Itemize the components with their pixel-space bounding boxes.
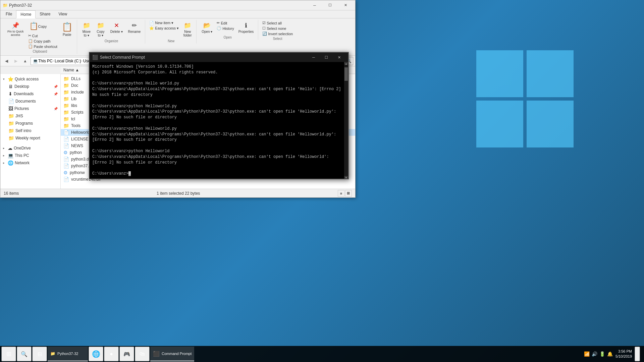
new-item-button[interactable]: 📄 New item ▾: [148, 20, 180, 25]
back-button[interactable]: ◀: [2, 57, 10, 65]
notifications-icon[interactable]: 🔔: [607, 351, 613, 357]
tray-network-icon[interactable]: 📶: [584, 351, 590, 357]
new-folder-button[interactable]: 📁 Newfolder: [181, 20, 194, 39]
select-group: ☑ Select all ☐ Select none 🔄 Invert sele…: [259, 20, 296, 41]
file-icon: 📄: [63, 130, 69, 135]
file-name: pythonw: [70, 170, 85, 175]
sidebar-item-jhs[interactable]: 📁 JHS: [0, 112, 60, 120]
pictures-label: Pictures: [14, 106, 29, 111]
easy-access-label: Easy access ▾: [155, 26, 179, 31]
copy-to-button[interactable]: 📁 Copyto ▾: [94, 20, 107, 39]
paste-shortcut-button[interactable]: 📋 Paste shortcut: [27, 44, 59, 49]
minimize-button[interactable]: ─: [307, 0, 322, 10]
close-button[interactable]: ✕: [338, 0, 353, 10]
sidebar-item-onedrive[interactable]: ▸ ☁ OneDrive: [0, 144, 60, 152]
taskbar-cmd-app[interactable]: ⬛ Command Prompt: [150, 347, 194, 361]
sidebar-item-downloads[interactable]: ⬇ Downloads 📌: [0, 90, 60, 98]
tab-file[interactable]: File: [2, 10, 16, 18]
cmd-title-text: Select Command Prompt: [100, 55, 307, 60]
taskbar-explorer-app[interactable]: 📁 Python37-32: [48, 347, 88, 361]
select-none-button[interactable]: ☐ Select none: [261, 26, 287, 31]
show-desktop-button[interactable]: [635, 347, 640, 361]
open-button[interactable]: 📂 Open ▾: [199, 20, 215, 35]
tab-view[interactable]: View: [54, 10, 71, 18]
copy-path-button[interactable]: 📋 Copy path: [27, 39, 59, 44]
new-folder-icon: 📁: [184, 22, 191, 29]
start-button[interactable]: ⊞: [1, 347, 16, 361]
select-all-button[interactable]: ☑ Select all: [261, 20, 283, 25]
clock-time: 3:56 PM: [615, 349, 632, 354]
explorer-title-bar: 📁 Python37-32 ─ ☐ ✕: [0, 0, 355, 10]
sidebar-item-documents[interactable]: 📄 Documents: [0, 98, 60, 105]
sidebar-item-programs[interactable]: 📁 Programs: [0, 120, 60, 127]
history-button[interactable]: 🕐 History: [215, 26, 235, 31]
maximize-button[interactable]: ☐: [322, 0, 338, 10]
store-button[interactable]: 🛍: [135, 347, 150, 361]
sidebar-item-weekly-report[interactable]: 📁 Weekly report: [0, 134, 60, 142]
large-icons-view-button[interactable]: ⊞: [345, 190, 352, 197]
easy-access-button[interactable]: ⭐ Easy access ▾: [148, 26, 180, 31]
exe-icon: ⚙: [63, 150, 68, 155]
move-to-button[interactable]: 📁 Moveto ▾: [80, 20, 93, 39]
tab-home[interactable]: Home: [16, 10, 36, 18]
new-folder-label: Newfolder: [183, 30, 192, 37]
new-label: New: [168, 39, 174, 43]
sidebar-item-quick-access[interactable]: ▾ ⭐ Quick access: [0, 75, 60, 83]
steam-button[interactable]: 🎮: [119, 347, 134, 361]
sidebar-item-desktop[interactable]: 🖥 Desktop 📌: [0, 83, 60, 90]
self-intro-icon: 📁: [8, 128, 14, 133]
tray-volume-icon[interactable]: 🔊: [592, 351, 597, 357]
addr-sep-1: ›: [53, 59, 54, 63]
task-view-button[interactable]: ⊟: [32, 347, 47, 361]
sidebar-item-network[interactable]: ▸ 🌐 Network: [0, 159, 60, 167]
sidebar-item-pictures[interactable]: 🖼 Pictures 📌: [0, 105, 60, 112]
cut-button[interactable]: ✂ Cut: [27, 33, 59, 38]
pin-to-quick-access-button[interactable]: 📌 Pin to Quickaccess: [5, 20, 26, 38]
select-buttons: ☑ Select all ☐ Select none 🔄 Invert sele…: [261, 20, 294, 36]
sidebar-item-this-pc[interactable]: ▸ 💻 This PC: [0, 152, 60, 159]
new-group: 📄 New item ▾ ⭐ Easy access ▾ 📁 Newfolder…: [146, 20, 197, 44]
history-icon: 🕐: [217, 26, 221, 31]
open-group: 📂 Open ▾ ✏ Edit 🕐 History: [197, 20, 258, 40]
invert-selection-button[interactable]: 🔄 Invert selection: [261, 31, 294, 36]
explorer-title-text: Python37-32: [9, 3, 307, 8]
desktop-pin: 📌: [54, 85, 58, 88]
search-button[interactable]: 🔍: [17, 347, 32, 361]
sidebar-item-self-intro[interactable]: 📁 Self intro: [0, 127, 60, 134]
cmd-scrollbar[interactable]: ▲ ▼: [344, 62, 348, 179]
chrome-button[interactable]: ●: [104, 347, 119, 361]
copy-button[interactable]: 📋 Copy: [27, 20, 59, 33]
onedrive-label: OneDrive: [14, 146, 31, 150]
folder-icon: 📁: [63, 76, 69, 81]
cmd-window-icon: ⬛: [92, 55, 98, 60]
desktop-icon: 🖥: [8, 84, 13, 89]
forward-button[interactable]: ▶: [12, 57, 20, 65]
cmd-line: (c) 2018 Microsoft Corporation. All righ…: [92, 70, 341, 75]
edit-button[interactable]: ✏ Edit: [215, 20, 235, 25]
up-button[interactable]: ▲: [21, 57, 29, 65]
title-bar-buttons: ─ ☐ ✕: [307, 0, 353, 10]
paste-button[interactable]: 📋 Paste: [59, 20, 75, 38]
edge-button[interactable]: 🌐: [89, 347, 103, 361]
cmd-content[interactable]: Microsoft Windows [Version 10.0.17134.70…: [90, 62, 344, 179]
weekly-report-label: Weekly report: [15, 136, 40, 140]
organize-label: Organize: [105, 39, 118, 43]
folder-icon: 📁: [63, 96, 69, 102]
this-pc-icon: 💻: [8, 153, 13, 158]
system-clock[interactable]: 3:56 PM 5/10/2019: [615, 349, 632, 359]
jhs-label: JHS: [15, 114, 23, 118]
tab-share[interactable]: Share: [36, 10, 54, 18]
delete-button[interactable]: ✕ Delete ▾: [108, 20, 125, 35]
tray-battery-icon[interactable]: 🔋: [599, 351, 605, 357]
documents-icon: 📄: [8, 99, 14, 104]
invert-label: Invert selection: [268, 32, 293, 36]
cmd-line: C:\Users\xvanz\AppData\Local\Programs\Py…: [92, 132, 341, 143]
details-view-button[interactable]: ≡: [338, 190, 344, 197]
cmd-close-button[interactable]: ✕: [333, 53, 345, 62]
properties-button[interactable]: ℹ Properties: [236, 20, 256, 35]
cmd-maximize-button[interactable]: ☐: [320, 53, 333, 62]
rename-button[interactable]: ✏ Rename: [126, 20, 143, 35]
organize-buttons: 📁 Moveto ▾ 📁 Copyto ▾ ✕ Delete ▾ ✏ Renam…: [80, 20, 143, 39]
cmd-minimize-button[interactable]: ─: [307, 53, 320, 62]
cmd-scroll-thumb[interactable]: [344, 67, 348, 81]
